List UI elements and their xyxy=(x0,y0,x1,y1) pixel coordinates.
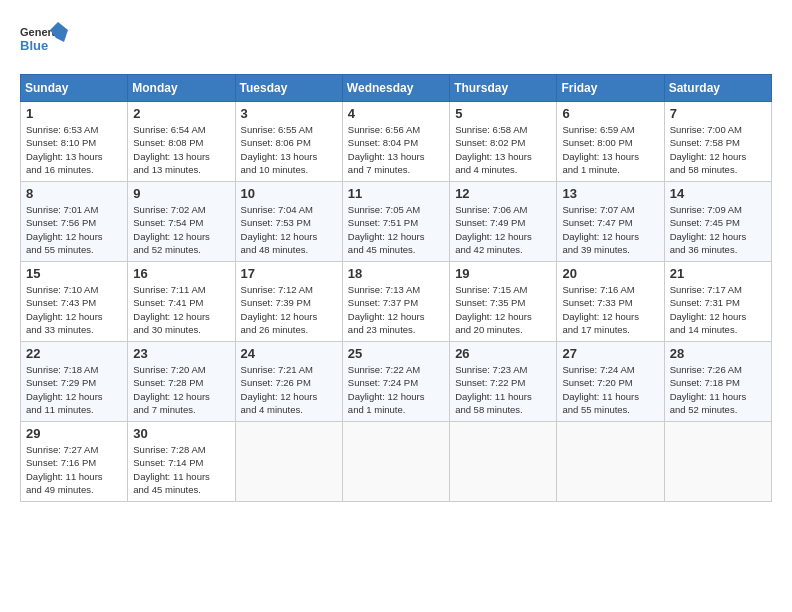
logo: General Blue xyxy=(20,20,70,64)
day-number: 8 xyxy=(26,186,122,201)
day-number: 23 xyxy=(133,346,229,361)
calendar-cell xyxy=(664,422,771,502)
day-info: Sunrise: 7:16 AM Sunset: 7:33 PM Dayligh… xyxy=(562,283,658,336)
day-number: 24 xyxy=(241,346,337,361)
day-number: 16 xyxy=(133,266,229,281)
day-info: Sunrise: 7:26 AM Sunset: 7:18 PM Dayligh… xyxy=(670,363,766,416)
day-info: Sunrise: 7:10 AM Sunset: 7:43 PM Dayligh… xyxy=(26,283,122,336)
calendar-cell: 30Sunrise: 7:28 AM Sunset: 7:14 PM Dayli… xyxy=(128,422,235,502)
day-info: Sunrise: 7:27 AM Sunset: 7:16 PM Dayligh… xyxy=(26,443,122,496)
day-number: 26 xyxy=(455,346,551,361)
day-number: 3 xyxy=(241,106,337,121)
day-number: 9 xyxy=(133,186,229,201)
calendar-cell: 5Sunrise: 6:58 AM Sunset: 8:02 PM Daylig… xyxy=(450,102,557,182)
day-info: Sunrise: 7:23 AM Sunset: 7:22 PM Dayligh… xyxy=(455,363,551,416)
weekday-header-thursday: Thursday xyxy=(450,75,557,102)
weekday-header-row: SundayMondayTuesdayWednesdayThursdayFrid… xyxy=(21,75,772,102)
day-info: Sunrise: 6:55 AM Sunset: 8:06 PM Dayligh… xyxy=(241,123,337,176)
day-info: Sunrise: 7:04 AM Sunset: 7:53 PM Dayligh… xyxy=(241,203,337,256)
day-number: 11 xyxy=(348,186,444,201)
day-number: 29 xyxy=(26,426,122,441)
day-number: 13 xyxy=(562,186,658,201)
svg-marker-2 xyxy=(50,22,68,42)
day-number: 20 xyxy=(562,266,658,281)
calendar-cell: 17Sunrise: 7:12 AM Sunset: 7:39 PM Dayli… xyxy=(235,262,342,342)
calendar-cell: 15Sunrise: 7:10 AM Sunset: 7:43 PM Dayli… xyxy=(21,262,128,342)
calendar-cell: 27Sunrise: 7:24 AM Sunset: 7:20 PM Dayli… xyxy=(557,342,664,422)
day-number: 5 xyxy=(455,106,551,121)
day-number: 7 xyxy=(670,106,766,121)
day-number: 27 xyxy=(562,346,658,361)
calendar-cell: 22Sunrise: 7:18 AM Sunset: 7:29 PM Dayli… xyxy=(21,342,128,422)
day-info: Sunrise: 7:09 AM Sunset: 7:45 PM Dayligh… xyxy=(670,203,766,256)
calendar-cell xyxy=(342,422,449,502)
day-info: Sunrise: 7:11 AM Sunset: 7:41 PM Dayligh… xyxy=(133,283,229,336)
day-info: Sunrise: 7:13 AM Sunset: 7:37 PM Dayligh… xyxy=(348,283,444,336)
day-info: Sunrise: 7:05 AM Sunset: 7:51 PM Dayligh… xyxy=(348,203,444,256)
calendar-cell: 24Sunrise: 7:21 AM Sunset: 7:26 PM Dayli… xyxy=(235,342,342,422)
day-number: 19 xyxy=(455,266,551,281)
calendar-cell: 25Sunrise: 7:22 AM Sunset: 7:24 PM Dayli… xyxy=(342,342,449,422)
day-info: Sunrise: 7:18 AM Sunset: 7:29 PM Dayligh… xyxy=(26,363,122,416)
calendar-cell: 8Sunrise: 7:01 AM Sunset: 7:56 PM Daylig… xyxy=(21,182,128,262)
calendar-week-row: 15Sunrise: 7:10 AM Sunset: 7:43 PM Dayli… xyxy=(21,262,772,342)
calendar-cell: 16Sunrise: 7:11 AM Sunset: 7:41 PM Dayli… xyxy=(128,262,235,342)
weekday-header-sunday: Sunday xyxy=(21,75,128,102)
day-info: Sunrise: 7:02 AM Sunset: 7:54 PM Dayligh… xyxy=(133,203,229,256)
calendar-cell: 13Sunrise: 7:07 AM Sunset: 7:47 PM Dayli… xyxy=(557,182,664,262)
calendar-cell: 23Sunrise: 7:20 AM Sunset: 7:28 PM Dayli… xyxy=(128,342,235,422)
day-info: Sunrise: 7:12 AM Sunset: 7:39 PM Dayligh… xyxy=(241,283,337,336)
calendar-cell: 4Sunrise: 6:56 AM Sunset: 8:04 PM Daylig… xyxy=(342,102,449,182)
day-number: 14 xyxy=(670,186,766,201)
logo-svg: General Blue xyxy=(20,20,70,64)
day-info: Sunrise: 7:01 AM Sunset: 7:56 PM Dayligh… xyxy=(26,203,122,256)
day-info: Sunrise: 6:59 AM Sunset: 8:00 PM Dayligh… xyxy=(562,123,658,176)
calendar-cell: 9Sunrise: 7:02 AM Sunset: 7:54 PM Daylig… xyxy=(128,182,235,262)
calendar-cell: 26Sunrise: 7:23 AM Sunset: 7:22 PM Dayli… xyxy=(450,342,557,422)
day-number: 6 xyxy=(562,106,658,121)
calendar-cell: 6Sunrise: 6:59 AM Sunset: 8:00 PM Daylig… xyxy=(557,102,664,182)
calendar-cell: 19Sunrise: 7:15 AM Sunset: 7:35 PM Dayli… xyxy=(450,262,557,342)
calendar-cell xyxy=(450,422,557,502)
calendar-cell: 11Sunrise: 7:05 AM Sunset: 7:51 PM Dayli… xyxy=(342,182,449,262)
calendar-cell: 7Sunrise: 7:00 AM Sunset: 7:58 PM Daylig… xyxy=(664,102,771,182)
day-info: Sunrise: 7:06 AM Sunset: 7:49 PM Dayligh… xyxy=(455,203,551,256)
calendar-week-row: 22Sunrise: 7:18 AM Sunset: 7:29 PM Dayli… xyxy=(21,342,772,422)
day-number: 30 xyxy=(133,426,229,441)
calendar-table: SundayMondayTuesdayWednesdayThursdayFrid… xyxy=(20,74,772,502)
day-info: Sunrise: 6:56 AM Sunset: 8:04 PM Dayligh… xyxy=(348,123,444,176)
day-info: Sunrise: 7:17 AM Sunset: 7:31 PM Dayligh… xyxy=(670,283,766,336)
svg-text:Blue: Blue xyxy=(20,38,48,53)
day-info: Sunrise: 7:20 AM Sunset: 7:28 PM Dayligh… xyxy=(133,363,229,416)
calendar-cell: 20Sunrise: 7:16 AM Sunset: 7:33 PM Dayli… xyxy=(557,262,664,342)
day-info: Sunrise: 7:07 AM Sunset: 7:47 PM Dayligh… xyxy=(562,203,658,256)
calendar-cell: 29Sunrise: 7:27 AM Sunset: 7:16 PM Dayli… xyxy=(21,422,128,502)
day-info: Sunrise: 6:53 AM Sunset: 8:10 PM Dayligh… xyxy=(26,123,122,176)
page-header: General Blue xyxy=(20,20,772,64)
calendar-week-row: 29Sunrise: 7:27 AM Sunset: 7:16 PM Dayli… xyxy=(21,422,772,502)
calendar-cell xyxy=(557,422,664,502)
calendar-cell: 18Sunrise: 7:13 AM Sunset: 7:37 PM Dayli… xyxy=(342,262,449,342)
day-number: 18 xyxy=(348,266,444,281)
day-number: 2 xyxy=(133,106,229,121)
calendar-cell: 28Sunrise: 7:26 AM Sunset: 7:18 PM Dayli… xyxy=(664,342,771,422)
calendar-cell: 1Sunrise: 6:53 AM Sunset: 8:10 PM Daylig… xyxy=(21,102,128,182)
calendar-cell xyxy=(235,422,342,502)
weekday-header-saturday: Saturday xyxy=(664,75,771,102)
day-info: Sunrise: 7:21 AM Sunset: 7:26 PM Dayligh… xyxy=(241,363,337,416)
day-number: 28 xyxy=(670,346,766,361)
day-number: 12 xyxy=(455,186,551,201)
day-info: Sunrise: 7:22 AM Sunset: 7:24 PM Dayligh… xyxy=(348,363,444,416)
day-number: 4 xyxy=(348,106,444,121)
weekday-header-monday: Monday xyxy=(128,75,235,102)
day-info: Sunrise: 7:00 AM Sunset: 7:58 PM Dayligh… xyxy=(670,123,766,176)
calendar-cell: 10Sunrise: 7:04 AM Sunset: 7:53 PM Dayli… xyxy=(235,182,342,262)
day-number: 10 xyxy=(241,186,337,201)
day-number: 17 xyxy=(241,266,337,281)
day-info: Sunrise: 6:58 AM Sunset: 8:02 PM Dayligh… xyxy=(455,123,551,176)
day-info: Sunrise: 7:15 AM Sunset: 7:35 PM Dayligh… xyxy=(455,283,551,336)
day-info: Sunrise: 7:24 AM Sunset: 7:20 PM Dayligh… xyxy=(562,363,658,416)
day-number: 21 xyxy=(670,266,766,281)
calendar-cell: 3Sunrise: 6:55 AM Sunset: 8:06 PM Daylig… xyxy=(235,102,342,182)
day-number: 15 xyxy=(26,266,122,281)
